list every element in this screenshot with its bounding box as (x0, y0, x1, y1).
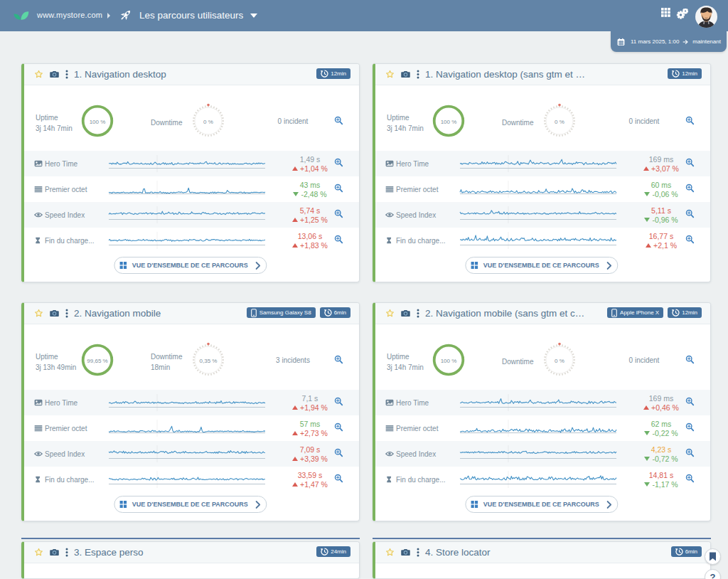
svg-text:100 %: 100 % (441, 358, 457, 364)
svg-text:0 %: 0 % (555, 358, 564, 364)
svg-text:0,35 %: 0,35 % (200, 358, 218, 364)
svg-text:100 %: 100 % (90, 119, 106, 125)
svg-text:100 %: 100 % (441, 119, 457, 125)
svg-text:0 %: 0 % (555, 119, 564, 125)
svg-text:0 %: 0 % (203, 119, 213, 125)
svg-text:99,65 %: 99,65 % (87, 358, 107, 364)
